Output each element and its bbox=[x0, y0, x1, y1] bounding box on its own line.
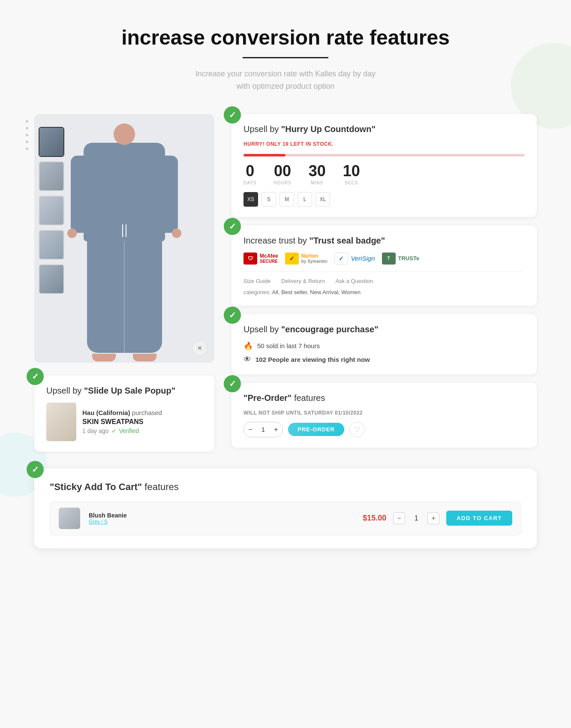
thumbnail-1[interactable] bbox=[39, 127, 64, 157]
countdown-title: Upsell by "Hurry Up Countdown" bbox=[243, 124, 525, 134]
wishlist-button[interactable]: ♡ bbox=[349, 422, 365, 437]
product-tabs: Size Guide Delivery & Return Ask a Quest… bbox=[243, 271, 525, 285]
delivery-tab[interactable]: Delivery & Return bbox=[281, 278, 325, 284]
quantity-display: 1 bbox=[257, 426, 270, 433]
encourage-card: ✓ Upsell by "encougrage purchase" 🔥 50 s… bbox=[231, 314, 537, 374]
preorder-button[interactable]: PRE-ORDER bbox=[288, 423, 344, 436]
badge-mcafee: 🛡 McAfee SECURE bbox=[243, 253, 278, 265]
ask-question-tab[interactable]: Ask a Question bbox=[335, 278, 373, 284]
countdown-hours: 00 HOURS bbox=[274, 163, 292, 185]
countdown-secs: 10 SECS bbox=[343, 163, 360, 185]
countdown-days: 0 DAYS bbox=[243, 163, 257, 185]
sticky-minus-button[interactable]: − bbox=[393, 512, 405, 524]
add-to-cart-button[interactable]: ADD TO CART bbox=[446, 511, 512, 526]
sticky-product-name: Blush Beanie bbox=[89, 512, 354, 519]
popup-buyer: Hau (California) purchased bbox=[82, 409, 162, 416]
trust-check-icon: ✓ bbox=[224, 218, 241, 235]
categories: categories: All, Best seller, New Arriva… bbox=[243, 289, 525, 295]
size-s[interactable]: S bbox=[261, 192, 276, 207]
encourage-item-2: 👁 102 People are viewing this right now bbox=[243, 355, 525, 364]
header-section: increase conversion rate features Increa… bbox=[34, 26, 537, 93]
sticky-cart-bar: Blush Beanie Grey / S $15.00 − 1 + ADD T… bbox=[50, 501, 521, 535]
eye-icon: 👁 bbox=[243, 355, 251, 364]
preorder-check-icon: ✓ bbox=[224, 375, 241, 392]
thumbnail-3[interactable] bbox=[39, 196, 64, 226]
truste-icon: T bbox=[382, 253, 396, 265]
thumbnail-5[interactable] bbox=[39, 264, 64, 294]
title-divider bbox=[243, 57, 328, 58]
popup-info: Hau (California) purchased SKIN SWEATPAN… bbox=[82, 409, 162, 434]
trust-badge-card: ✓ Increase trust by "Trust seal badge" 🛡… bbox=[231, 226, 537, 306]
hurry-text: HURRY! ONLY 19 LEFT IN STOCK. bbox=[243, 141, 334, 147]
size-l[interactable]: L bbox=[298, 192, 312, 207]
verisign-icon: ✓ bbox=[334, 253, 348, 265]
quantity-plus[interactable]: + bbox=[270, 422, 282, 437]
preorder-controls: − 1 + PRE-ORDER ♡ bbox=[243, 422, 525, 437]
slide-popup-title: Upsell by "Slide Up Sale Popup" bbox=[46, 386, 202, 396]
sticky-title: "Sticky Add To Cart" features bbox=[50, 481, 521, 493]
left-column: ✕ ✓ Upsell by "Slide Up Sale Popup" Hau … bbox=[34, 114, 214, 451]
popup-product-image bbox=[46, 403, 76, 441]
sticky-product-info: Blush Beanie Grey / S bbox=[89, 512, 354, 525]
sticky-price: $15.00 bbox=[363, 514, 386, 523]
thumbnail-strip bbox=[39, 127, 64, 294]
trust-badges: 🛡 McAfee SECURE ✓ Norton by S bbox=[243, 253, 525, 265]
preorder-card: ✓ "Pre-Order" features WILL NOT SHIP UNT… bbox=[231, 383, 537, 448]
preorder-title: "Pre-Order" features bbox=[243, 393, 525, 403]
sticky-quantity: 1 bbox=[412, 514, 421, 522]
size-xs[interactable]: XS bbox=[243, 192, 258, 207]
size-guide-tab[interactable]: Size Guide bbox=[243, 278, 271, 284]
quantity-control[interactable]: − 1 + bbox=[243, 422, 283, 437]
countdown-display: 0 DAYS 00 HOURS 30 MINS 10 bbox=[243, 163, 525, 185]
fire-icon: 🔥 bbox=[243, 341, 253, 351]
woman-figure bbox=[84, 115, 165, 361]
thumbnail-4[interactable] bbox=[39, 230, 64, 260]
quantity-minus[interactable]: − bbox=[244, 422, 257, 437]
sticky-variant[interactable]: Grey / S bbox=[89, 519, 354, 525]
popup-product-name: SKIN SWEATPANS bbox=[82, 418, 162, 426]
badge-verisign: ✓ VeriSign bbox=[334, 253, 375, 265]
encourage-check-icon: ✓ bbox=[224, 307, 241, 324]
size-xl[interactable]: XL bbox=[316, 192, 330, 207]
mcafee-icon: 🛡 bbox=[243, 253, 257, 265]
encourage-items: 🔥 50 sold in last 7 hours 👁 102 People a… bbox=[243, 341, 525, 364]
size-options: XS S M L XL bbox=[243, 192, 525, 207]
sticky-product-image bbox=[59, 508, 80, 529]
page-title: increase conversion rate features bbox=[34, 26, 537, 49]
sticky-check-icon: ✓ bbox=[27, 461, 44, 478]
size-m[interactable]: M bbox=[279, 192, 294, 207]
countdown-card: ✓ Upsell by "Hurry Up Countdown" HURRY! … bbox=[231, 114, 537, 217]
main-content: ✕ ✓ Upsell by "Slide Up Sale Popup" Hau … bbox=[34, 114, 537, 451]
popup-time: 1 day ago ✓ Verified bbox=[82, 427, 162, 434]
encourage-item-1: 🔥 50 sold in last 7 hours bbox=[243, 341, 525, 351]
hurry-bar: HURRY! ONLY 19 LEFT IN STOCK. bbox=[243, 141, 525, 147]
stock-progress-bar bbox=[243, 154, 525, 156]
sticky-cart-controls: $15.00 − 1 + ADD TO CART bbox=[363, 511, 512, 526]
right-column: ✓ Upsell by "Hurry Up Countdown" HURRY! … bbox=[231, 114, 537, 451]
popup-notification: Hau (California) purchased SKIN SWEATPAN… bbox=[46, 403, 202, 441]
encourage-title: Upsell by "encougrage purchase" bbox=[243, 325, 525, 334]
norton-icon: ✓ bbox=[285, 253, 299, 265]
slide-popup-card: ✓ Upsell by "Slide Up Sale Popup" Hau (C… bbox=[34, 376, 214, 451]
countdown-mins: 30 MINS bbox=[309, 163, 326, 185]
product-image-area: ✕ bbox=[34, 114, 214, 363]
stock-progress-fill bbox=[243, 154, 286, 156]
trust-title: Increase trust by "Trust seal badge" bbox=[243, 236, 525, 246]
sticky-plus-button[interactable]: + bbox=[427, 512, 439, 524]
badge-norton: ✓ Norton by Symantec bbox=[285, 253, 328, 265]
countdown-check-icon: ✓ bbox=[224, 106, 241, 123]
slide-popup-check-icon: ✓ bbox=[27, 368, 44, 385]
thumbnail-2[interactable] bbox=[39, 161, 64, 191]
image-nav-arrow[interactable]: ✕ bbox=[192, 340, 207, 356]
subtitle: Increase your conversion rate with Kalle… bbox=[34, 68, 537, 93]
sticky-cart-section: ✓ "Sticky Add To Cart" features Blush Be… bbox=[34, 469, 537, 548]
badge-truste: T TRUSTe bbox=[382, 253, 420, 265]
preorder-notice: WILL NOT SHIP UNTIL SATURDAY 01/10/2022 bbox=[243, 410, 525, 416]
